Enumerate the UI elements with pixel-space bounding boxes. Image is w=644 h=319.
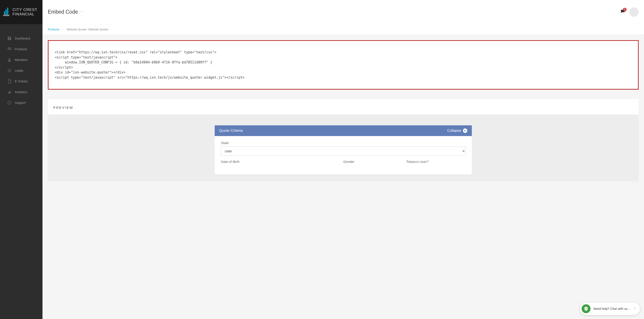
svg-rect-11 xyxy=(8,49,9,50)
embed-code-text: <link href="https://wq.ixn.tech/css/rese… xyxy=(55,50,632,80)
brand-logo[interactable]: CITY CREST FINANCIAL xyxy=(0,0,42,24)
panel-body: State Utah Date of Birth Gender xyxy=(215,136,472,174)
page-title: Embed Code xyxy=(48,9,78,15)
svg-rect-2 xyxy=(7,7,8,16)
form-group-dob: Date of Birth xyxy=(221,160,340,165)
sidebar-item-label: Support xyxy=(15,101,26,105)
preview-body: Quote Criteria Collapse State Utah xyxy=(48,115,639,181)
svg-point-14 xyxy=(9,58,10,60)
sidebar: CITY CREST FINANCIAL Dashboard Products … xyxy=(0,0,42,319)
content-area: <link href="https://wq.ixn.tech/css/rese… xyxy=(42,35,644,319)
svg-rect-17 xyxy=(8,71,11,72)
chevron-down-icon xyxy=(633,307,636,311)
brand-icon xyxy=(3,7,10,16)
tobacco-label: Tobacco User? xyxy=(406,160,466,164)
notification-button[interactable]: 1 xyxy=(620,9,625,15)
breadcrumb: Products › Website Quoter: Website Quote… xyxy=(42,24,644,35)
embed-code-box[interactable]: <link href="https://wq.ixn.tech/css/rese… xyxy=(48,40,639,90)
panel-title: Quote Criteria xyxy=(219,128,243,133)
quote-criteria-panel: Quote Criteria Collapse State Utah xyxy=(215,125,472,174)
svg-rect-18 xyxy=(8,92,8,94)
etickets-icon xyxy=(7,79,12,83)
minus-circle-icon xyxy=(463,128,467,133)
sidebar-item-analytics[interactable]: Analytics xyxy=(0,87,42,97)
sidebar-item-dashboard[interactable]: Dashboard xyxy=(0,33,42,44)
topbar: Embed Code 1 xyxy=(42,0,644,24)
sidebar-item-label: Products xyxy=(15,47,27,51)
svg-rect-5 xyxy=(10,37,11,37)
analytics-icon xyxy=(7,90,12,94)
main-content: Embed Code 1 Products › Website Quoter: … xyxy=(42,0,644,319)
chat-text: Need help? Chat with us… xyxy=(593,307,630,311)
sidebar-item-label: Dashboard xyxy=(15,37,30,40)
chat-widget[interactable]: Need help? Chat with us… xyxy=(580,303,640,315)
sidebar-item-support[interactable]: Support xyxy=(0,97,42,108)
chevron-down-icon xyxy=(80,10,83,14)
form-group-state: State Utah xyxy=(221,141,466,156)
svg-rect-22 xyxy=(9,102,10,104)
state-label: State xyxy=(221,141,466,145)
preview-section-title: PREVIEW xyxy=(53,106,633,115)
preview-card: PREVIEW Quote Criteria Collapse S xyxy=(48,99,639,181)
collapse-label: Collapse xyxy=(447,129,461,133)
sidebar-item-label: Analytics xyxy=(15,90,27,94)
form-group-gender: Gender xyxy=(343,160,403,165)
brand-name: CITY CREST FINANCIAL xyxy=(12,7,37,17)
svg-rect-23 xyxy=(9,102,10,102)
breadcrumb-root[interactable]: Products xyxy=(48,28,59,31)
svg-rect-9 xyxy=(9,47,10,48)
sidebar-nav: Dashboard Products Members Leads E-Ticke… xyxy=(0,24,42,108)
sidebar-item-members[interactable]: Members xyxy=(0,54,42,65)
svg-rect-3 xyxy=(3,15,10,16)
breadcrumb-current: Website Quoter: Website Quoter xyxy=(67,28,108,31)
svg-rect-8 xyxy=(8,47,9,48)
form-group-tobacco: Tobacco User? xyxy=(406,160,466,165)
sidebar-item-label: Leads xyxy=(15,69,23,72)
notification-badge: 1 xyxy=(623,8,626,11)
svg-rect-16 xyxy=(8,70,11,71)
sidebar-item-label: Members xyxy=(15,58,28,62)
gender-label: Gender xyxy=(343,160,403,164)
sidebar-item-products[interactable]: Products xyxy=(0,44,42,54)
sidebar-item-etickets[interactable]: E-Tickets xyxy=(0,76,42,87)
sidebar-item-leads[interactable]: Leads xyxy=(0,65,42,76)
support-icon xyxy=(7,100,12,105)
dashboard-icon xyxy=(7,36,12,41)
chat-icon xyxy=(582,304,590,313)
state-select[interactable]: Utah xyxy=(221,147,466,156)
page-title-dropdown[interactable]: Embed Code xyxy=(48,9,83,15)
svg-rect-19 xyxy=(9,91,10,94)
svg-rect-4 xyxy=(8,37,10,38)
panel-header: Quote Criteria Collapse xyxy=(215,125,472,136)
svg-rect-13 xyxy=(10,49,11,50)
members-icon xyxy=(7,58,12,62)
leads-icon xyxy=(7,68,12,73)
svg-rect-10 xyxy=(10,47,11,48)
chevron-right-icon: › xyxy=(62,28,63,31)
dob-label: Date of Birth xyxy=(221,160,340,164)
svg-rect-20 xyxy=(10,92,11,94)
sidebar-item-label: E-Tickets xyxy=(15,79,28,83)
user-avatar[interactable] xyxy=(629,7,639,17)
products-icon xyxy=(7,47,12,51)
svg-rect-12 xyxy=(9,49,10,50)
svg-rect-7 xyxy=(8,39,10,40)
svg-rect-1 xyxy=(6,9,7,16)
svg-rect-15 xyxy=(8,69,11,70)
svg-rect-6 xyxy=(10,38,11,40)
collapse-button[interactable]: Collapse xyxy=(447,128,467,133)
